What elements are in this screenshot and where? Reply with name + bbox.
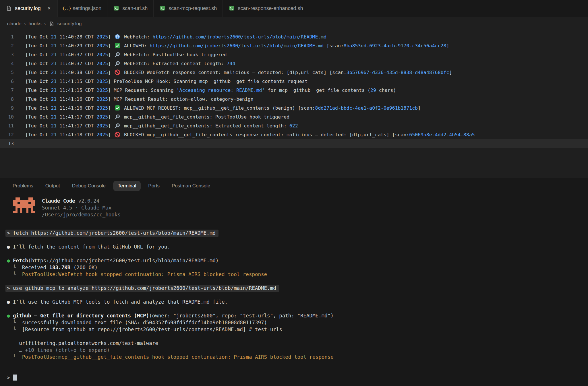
terminal-blank-line xyxy=(7,360,588,367)
editor-tab-bar: security.log×{..}settings.jsonscan-url.s… xyxy=(0,0,588,17)
text-segment: 2025 xyxy=(96,70,108,75)
text-segment: ALLOWED: xyxy=(121,43,150,49)
line-number: 7 xyxy=(0,86,14,95)
text-segment: 2025 xyxy=(96,34,108,40)
text-segment: WebFetch: xyxy=(121,34,152,40)
editor-tab-scan-url-sh[interactable]: scan-url.sh xyxy=(107,0,154,17)
vscode-window: security.log×{..}settings.jsonscan-url.s… xyxy=(0,0,588,386)
panel-tab-terminal[interactable]: Terminal xyxy=(113,181,141,191)
text-segment: ] xyxy=(108,88,114,93)
text-segment: 11:41:17 CDT xyxy=(57,123,96,129)
text-segment: [Tue Oct xyxy=(25,43,51,49)
line-number: 9 xyxy=(0,104,14,112)
tab-label: scan-mcp-request.sh xyxy=(169,5,217,11)
panel-tab-bar: ProblemsOutputDebug ConsoleTerminalPorts… xyxy=(0,178,588,194)
log-line: 4[Tue Oct 21 11:40:37 CDT 2025] WebFetch… xyxy=(0,59,588,68)
text-segment: [Tue Oct xyxy=(25,34,51,40)
text-segment: 21 xyxy=(51,61,57,66)
text-segment: 2025 xyxy=(96,79,108,84)
text-segment: 'Accessing resource: README.md' xyxy=(177,88,265,93)
log-line-text: [Tue Oct 21 11:41:16 CDT 2025] MCP Reque… xyxy=(25,95,254,104)
terminal-output-line: └ Received 183.7KB (200 OK) xyxy=(7,264,588,271)
text-segment: 21 xyxy=(51,34,57,40)
text-segment: I'll use the GitHub MCP tools to fetch a… xyxy=(13,299,228,305)
text-segment: ] xyxy=(449,70,452,75)
text-segment: 11:41:17 CDT xyxy=(57,114,96,120)
text-segment: └ xyxy=(7,271,22,277)
text-segment: [Tue Oct xyxy=(25,79,51,84)
shell-icon xyxy=(159,5,166,11)
log-line: 2[Tue Oct 21 11:40:29 CDT 2025] ALLOWED:… xyxy=(0,41,588,50)
terminal-pane[interactable]: Claude Code v2.0.24 Sonnet 4.5 · Claude … xyxy=(0,194,588,386)
log-line: 7[Tue Oct 21 11:41:15 CDT 2025] MCP Requ… xyxy=(0,86,588,95)
text-segment: ● xyxy=(7,244,13,250)
blocked-icon xyxy=(114,132,121,137)
panel-tab-problems[interactable]: Problems xyxy=(8,181,38,191)
editor-tab-settings-json[interactable]: {..}settings.json xyxy=(58,0,107,17)
text-segment: PostToolUse:WebFetch hook stopped contin… xyxy=(22,271,267,277)
terminal-cursor xyxy=(13,375,17,381)
text-segment: BLOCKED WebFetch response content: malic… xyxy=(121,70,347,75)
panel-tab-output[interactable]: Output xyxy=(41,181,65,191)
text-segment: 21 xyxy=(51,70,57,75)
text-segment: 2025 xyxy=(96,52,108,57)
text-segment: ● xyxy=(7,299,13,305)
log-line-text: [Tue Oct 21 11:40:37 CDT 2025] WebFetch:… xyxy=(25,50,227,59)
editor-tab-scan-mcp-request-sh[interactable]: scan-mcp-request.sh xyxy=(154,0,223,17)
log-line: 3[Tue Oct 21 11:40:37 CDT 2025] WebFetch… xyxy=(0,50,588,59)
text-segment: 21 xyxy=(51,43,57,49)
text-segment: github – Get file or directory contents … xyxy=(13,313,149,319)
text-segment: 21 xyxy=(51,114,57,120)
text-segment: 8ba853ed-6923-4acb-9170-c34c56a4cc28 xyxy=(344,43,446,49)
text-segment: mcp__github__get_file_contents: Extracte… xyxy=(121,123,289,129)
text-segment: 11:41:16 CDT xyxy=(57,105,96,111)
editor-tab-scan-response-enhanced-sh[interactable]: scan-response-enhanced.sh xyxy=(223,0,309,17)
shell-icon xyxy=(113,5,119,11)
text-segment: 21 xyxy=(51,132,57,137)
text-segment: 2025 xyxy=(96,88,108,93)
text-segment: ] xyxy=(446,43,449,49)
log-url-link[interactable]: https://github.com/jroberts2600/test-url… xyxy=(152,34,326,40)
panel-tab-ports[interactable]: Ports xyxy=(144,181,164,191)
text-segment: ] xyxy=(108,43,114,49)
breadcrumb-item[interactable]: hooks xyxy=(28,21,41,27)
text-segment: 11:41:15 CDT xyxy=(57,88,96,93)
panel-tab-debug-console[interactable]: Debug Console xyxy=(67,181,110,191)
claude-code-info: Claude Code v2.0.24 Sonnet 4.5 · Claude … xyxy=(42,197,121,218)
editor-pane[interactable]: 1[Tue Oct 21 11:40:28 CDT 2025] WebFetch… xyxy=(0,31,588,178)
terminal-output-line: └ successfully downloaded text file (SHA… xyxy=(7,319,588,326)
search-icon xyxy=(114,61,121,66)
blocked-icon xyxy=(114,69,121,75)
text-segment: 21 xyxy=(51,123,57,129)
panel-tab-postman-console[interactable]: Postman Console xyxy=(167,181,215,191)
terminal-prompt[interactable]: > xyxy=(7,374,588,381)
text-segment: [Tue Oct xyxy=(25,114,51,120)
editor-tab-security-log[interactable]: security.log× xyxy=(0,0,58,17)
text-segment: └ xyxy=(7,320,22,325)
text-segment: 3b576967-d336-435d-8838-d48a48768bfc xyxy=(347,70,449,75)
terminal-output-line: urlfiltering.paloaltonetworks.com/test-m… xyxy=(7,340,588,347)
log-line-text: [Tue Oct 21 11:40:38 CDT 2025] BLOCKED W… xyxy=(25,68,452,77)
close-tab-button[interactable]: × xyxy=(47,5,52,11)
search-icon xyxy=(114,52,121,57)
terminal-line: > fetch https://github.com/jroberts2600/… xyxy=(7,230,588,236)
text-segment: ] xyxy=(108,70,114,75)
log-line: 9[Tue Oct 21 11:41:16 CDT 2025] ALLOWED … xyxy=(0,104,588,112)
log-line: 12[Tue Oct 21 11:41:18 CDT 2025] BLOCKED… xyxy=(0,130,588,139)
text-segment: ] xyxy=(108,61,114,66)
text-segment: 11:40:38 CDT xyxy=(57,70,96,75)
text-segment: 183.7KB xyxy=(49,265,71,270)
json-icon: {..} xyxy=(63,5,70,11)
breadcrumb-item[interactable]: security.log xyxy=(57,21,82,27)
line-number: 13 xyxy=(0,139,14,148)
text-segment: ] xyxy=(108,114,114,120)
log-url-link[interactable]: https://github.com/jroberts2600/test-url… xyxy=(150,43,324,49)
text-segment: [scan: xyxy=(324,43,344,49)
text-segment: 2025 xyxy=(96,105,108,111)
log-line-text: [Tue Oct 21 11:41:15 CDT 2025] PreToolUs… xyxy=(25,77,308,86)
model-info: Sonnet 4.5 · Claude Max xyxy=(42,204,121,211)
text-segment: 11:40:37 CDT xyxy=(57,52,96,57)
text-segment: └ xyxy=(7,354,22,360)
breadcrumb-item[interactable]: .claude xyxy=(6,21,22,27)
check-icon xyxy=(114,105,121,111)
